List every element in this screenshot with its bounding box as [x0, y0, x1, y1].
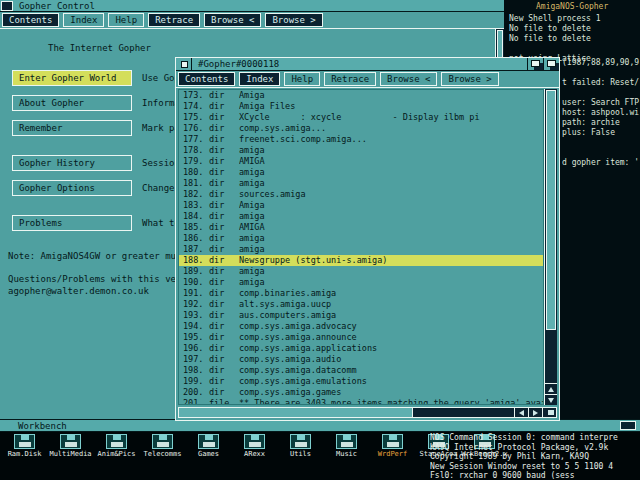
vertical-scrollbar-thumb[interactable] — [546, 90, 556, 330]
item-name: comp.sys.amiga.emulations — [239, 376, 543, 387]
disk-icon[interactable]: Games — [188, 434, 229, 458]
scroll-down-arrow[interactable] — [545, 394, 557, 405]
item-type: file — [209, 398, 239, 405]
disk-icon[interactable]: Telecomms — [142, 434, 183, 458]
disk-icon[interactable]: ARexx — [234, 434, 275, 458]
nav-button[interactable]: About Gopher — [12, 95, 132, 111]
list-item[interactable]: 177. dir freenet.sci.comp.amiga... — [179, 134, 543, 145]
list-item[interactable]: 174. dir Amiga Files — [179, 101, 543, 112]
disk-icon[interactable]: WrdPerf — [372, 434, 413, 458]
horizontal-scrollbar-thumb[interactable] — [179, 408, 413, 417]
item-number: 182. — [179, 189, 209, 200]
nav-button[interactable]: Problems — [12, 215, 132, 231]
directory-list: 173. dir Amiga 174. dir Amiga Files 175.… — [178, 89, 544, 405]
depth-gadget[interactable] — [543, 58, 559, 70]
list-item[interactable]: 176. dir comp.sys.amiga... — [179, 123, 543, 134]
list-item[interactable]: 181. dir amiga — [179, 178, 543, 189]
workbench-depth-gadget[interactable] — [620, 421, 636, 430]
menu-button[interactable]: Browse < — [380, 72, 437, 86]
list-item[interactable]: 195. dir comp.sys.amiga.announce — [179, 332, 543, 343]
item-name: amiga — [239, 277, 543, 288]
list-item[interactable]: 187. dir amiga — [179, 244, 543, 255]
zoom-gadget[interactable] — [527, 58, 543, 70]
list-item[interactable]: 189. dir amiga — [179, 266, 543, 277]
scroll-up-arrow[interactable] — [545, 383, 557, 394]
list-item[interactable]: 186. dir amiga — [179, 233, 543, 244]
list-item[interactable]: 188. dir Newsgruppe (stgt.uni-s.amiga) — [179, 255, 543, 266]
menu-button[interactable]: Help — [284, 72, 320, 86]
item-type: dir — [209, 310, 239, 321]
list-item[interactable]: 193. dir aus.computers.amiga — [179, 310, 543, 321]
list-item[interactable]: 179. dir AMIGA — [179, 156, 543, 167]
list-item[interactable]: 196. dir comp.sys.amiga.applications — [179, 343, 543, 354]
item-type: dir — [209, 167, 239, 178]
disk-icon[interactable]: Anim&Pics — [96, 434, 137, 458]
menu-button[interactable]: Index — [239, 72, 280, 86]
disk-icon[interactable]: Music — [326, 434, 367, 458]
list-item[interactable]: 194. dir comp.sys.amiga.advocacy — [179, 321, 543, 332]
list-item[interactable]: 184. dir amiga — [179, 211, 543, 222]
screen-depth-gadget[interactable] — [1, 1, 13, 11]
floppy-disk-icon — [14, 434, 35, 449]
vertical-scrollbar[interactable] — [544, 89, 557, 405]
floppy-disk-icon — [382, 434, 403, 449]
disk-label: Ram.Disk — [8, 450, 42, 458]
menu-button[interactable]: Browse < — [204, 13, 261, 27]
nav-button[interactable]: Remember — [12, 120, 132, 136]
list-item[interactable]: 191. dir comp.binaries.amiga — [179, 288, 543, 299]
floppy-disk-icon — [106, 434, 127, 449]
scroll-right-arrow[interactable] — [528, 408, 542, 417]
list-item[interactable]: 192. dir alt.sys.amiga.uucp — [179, 299, 543, 310]
shell-window-title: AmigaNOS-Gopher — [536, 2, 608, 11]
item-type: dir — [209, 387, 239, 398]
scrollbar-track[interactable] — [545, 331, 557, 383]
menu-button[interactable]: Retrace — [148, 13, 200, 27]
nav-button[interactable]: Gopher Options — [12, 180, 132, 196]
scrollbar-track[interactable] — [413, 408, 514, 417]
menu-button[interactable]: Browse > — [265, 13, 322, 27]
item-number: 174. — [179, 101, 209, 112]
list-item[interactable]: 201. file ** There are 3403 more items m… — [179, 398, 543, 405]
shell-line — [562, 138, 639, 148]
list-item[interactable]: 197. dir comp.sys.amiga.audio — [179, 354, 543, 365]
list-item[interactable]: 173. dir Amiga — [179, 90, 543, 101]
floppy-label-area — [19, 442, 31, 447]
floppy-shutter — [297, 435, 305, 440]
list-item[interactable]: 175. dir XCycle : xcycle - Display ilbm … — [179, 112, 543, 123]
menu-button[interactable]: Help — [108, 13, 144, 27]
list-window-titlebar[interactable]: #Gopher#0000118 — [176, 58, 559, 71]
close-gadget[interactable] — [176, 58, 192, 70]
nav-button[interactable]: Gopher History — [12, 155, 132, 171]
console-window: NOS Command Session 0: command interpreK… — [430, 433, 640, 480]
disk-icon[interactable]: Ram.Disk — [4, 434, 45, 458]
item-type: dir — [209, 354, 239, 365]
scroll-left-arrow[interactable] — [514, 408, 528, 417]
menu-button[interactable]: Contents — [2, 13, 59, 27]
disk-icon[interactable]: MultiMedia — [50, 434, 91, 458]
menu-button[interactable]: Index — [63, 13, 104, 27]
resize-gadget[interactable] — [542, 408, 556, 417]
list-item[interactable]: 180. dir amiga — [179, 167, 543, 178]
menu-button[interactable]: Browse > — [441, 72, 498, 86]
list-item[interactable]: 182. dir sources.amiga — [179, 189, 543, 200]
item-number: 183. — [179, 200, 209, 211]
menu-button[interactable]: Contents — [178, 72, 235, 86]
menu-button[interactable]: Retrace — [324, 72, 376, 86]
list-item[interactable]: 190. dir amiga — [179, 277, 543, 288]
shell-line: t failed: Reset/ — [562, 78, 639, 88]
up-arrow-icon — [548, 387, 554, 392]
list-item[interactable]: 178. dir amiga — [179, 145, 543, 156]
item-name: Amiga Files — [239, 101, 543, 112]
list-item[interactable]: 199. dir comp.sys.amiga.emulations — [179, 376, 543, 387]
floppy-disk-icon — [60, 434, 81, 449]
list-item[interactable]: 185. dir AMIGA — [179, 222, 543, 233]
disk-icon[interactable]: Utils — [280, 434, 321, 458]
item-number: 191. — [179, 288, 209, 299]
list-item[interactable]: 183. dir Amiga — [179, 200, 543, 211]
list-item[interactable]: 200. dir comp.sys.amiga.games — [179, 387, 543, 398]
list-item[interactable]: 198. dir comp.sys.amiga.datacomm — [179, 365, 543, 376]
item-name: comp.sys.amiga... — [239, 123, 543, 134]
nav-button[interactable]: Enter Gopher World — [12, 70, 132, 86]
item-type: dir — [209, 112, 239, 123]
horizontal-scrollbar[interactable] — [178, 407, 557, 418]
